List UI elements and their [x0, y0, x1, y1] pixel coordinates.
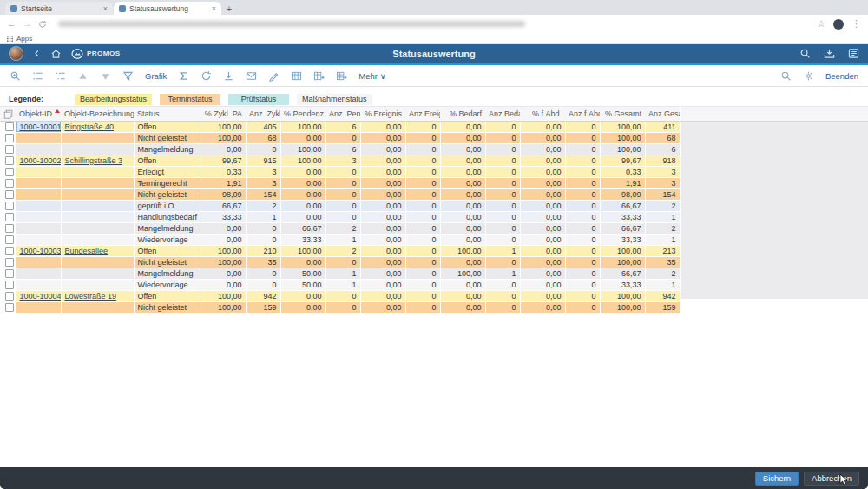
col-ereignis[interactable]: % Ereignis	[360, 107, 405, 122]
value-cell: 0,00	[440, 178, 485, 189]
bookmark-star-icon[interactable]: ☆	[817, 19, 825, 29]
browser-menu-icon[interactable]: ⋮	[852, 19, 861, 29]
search-icon[interactable]	[10, 70, 21, 82]
refresh-icon[interactable]	[201, 70, 212, 82]
mehr-dropdown[interactable]: Mehr ∨	[358, 71, 385, 81]
back-icon[interactable]: ←	[7, 19, 16, 29]
tab-statusauswertung[interactable]: Statusauswertung ×	[114, 2, 221, 15]
sign-icon[interactable]	[268, 70, 279, 82]
col-objekt-id[interactable]: Objekt-ID	[16, 107, 61, 122]
hierarchy-list-icon[interactable]	[55, 70, 66, 82]
col-anz-bedarf[interactable]: Anz.Bedarf	[485, 107, 520, 122]
beenden-button[interactable]: Beenden	[825, 71, 858, 81]
object-id-cell	[16, 223, 61, 235]
object-name-cell[interactable]: Schillingstraße 3	[61, 155, 134, 167]
row-checkbox[interactable]	[5, 202, 14, 210]
sort-descending-icon[interactable]	[100, 70, 111, 82]
row-checkbox[interactable]	[5, 190, 14, 199]
value-cell: 0,00	[360, 291, 405, 302]
col-bedarf[interactable]: % Bedarf	[440, 107, 485, 122]
col-status[interactable]: Status	[134, 107, 201, 122]
detail-list-icon[interactable]	[32, 70, 43, 82]
export-spreadsheet-icon[interactable]	[336, 70, 347, 82]
apps-grid-icon[interactable]	[7, 36, 13, 42]
browser-profile-avatar[interactable]	[833, 19, 844, 30]
object-name-link[interactable]: Löwestraße 19	[65, 292, 117, 301]
col-pendenz[interactable]: % Pendenz.	[280, 107, 326, 122]
save-button[interactable]: Sichern	[755, 472, 799, 486]
row-checkbox[interactable]	[5, 269, 14, 278]
object-name-link[interactable]: Schillingstraße 3	[65, 156, 123, 165]
col-zykl-pa[interactable]: % Zykl. PA	[201, 107, 246, 122]
settings-gear-icon[interactable]	[803, 70, 814, 82]
col-gesamt[interactable]: % Gesamt	[600, 107, 645, 122]
row-checkbox[interactable]	[5, 292, 14, 301]
object-id-link[interactable]: 1000-10003	[20, 247, 62, 255]
col-objekt-bezeichnung[interactable]: Objekt-Bezeichnung	[61, 107, 134, 122]
value-cell: 0,00	[280, 257, 326, 268]
value-cell: 159	[645, 302, 680, 314]
object-id-cell[interactable]: 1000-10003	[16, 246, 61, 257]
value-cell: 66,67	[280, 223, 326, 235]
select-all-header[interactable]	[0, 107, 16, 122]
col-anz-f-abd[interactable]: Anz.f.Abd.	[565, 107, 600, 122]
row-checkbox[interactable]	[5, 247, 14, 255]
row-checkbox[interactable]	[5, 213, 14, 221]
toolbar-search-icon[interactable]	[780, 70, 792, 82]
object-name-link[interactable]: Bundesallee	[65, 247, 108, 255]
col-f-abd[interactable]: % f.Abd.	[520, 107, 565, 122]
col-anz-pend[interactable]: Anz. Pend.	[326, 107, 360, 122]
forward-icon[interactable]: →	[23, 19, 32, 29]
url-input[interactable]	[53, 18, 811, 30]
cancel-button[interactable]: Abbrechen	[804, 472, 859, 486]
col-anz-gesamt[interactable]: Anz.Gesamt	[645, 107, 680, 122]
sum-icon[interactable]	[178, 70, 189, 82]
row-checkbox[interactable]	[5, 235, 14, 244]
new-tab-button[interactable]: +	[222, 2, 236, 15]
email-icon[interactable]	[246, 70, 257, 82]
object-name-cell	[61, 144, 134, 155]
object-id-cell[interactable]: 1000-10001	[16, 122, 61, 133]
header-search-icon[interactable]	[799, 48, 811, 59]
object-id-cell[interactable]: 1000-10004	[16, 291, 61, 302]
table-icon[interactable]	[291, 70, 302, 82]
row-checkbox[interactable]	[5, 224, 14, 233]
header-inbox-download-icon[interactable]	[824, 48, 835, 59]
object-id-link[interactable]: 1000-10002	[20, 156, 62, 165]
row-checkbox[interactable]	[5, 179, 14, 188]
object-id-link[interactable]: 1000-10004	[20, 292, 62, 301]
object-id-link[interactable]: 1000-10001	[20, 122, 62, 131]
export-table-icon[interactable]	[313, 70, 325, 82]
row-checkbox[interactable]	[5, 281, 14, 289]
object-name-cell[interactable]: Bundesallee	[61, 246, 134, 257]
row-checkbox[interactable]	[5, 134, 14, 142]
value-cell: 0,00	[520, 133, 565, 144]
sort-ascending-icon[interactable]	[77, 70, 89, 82]
row-checkbox[interactable]	[5, 122, 14, 131]
object-id-cell[interactable]: 1000-10002	[16, 155, 61, 167]
grafik-button[interactable]: Grafik	[145, 71, 167, 81]
row-checkbox[interactable]	[5, 156, 14, 165]
user-avatar[interactable]	[9, 46, 23, 61]
row-checkbox[interactable]	[5, 145, 14, 154]
apps-bookmark-label[interactable]: Apps	[16, 35, 32, 43]
tab-close-icon[interactable]: ×	[212, 4, 216, 13]
download-icon[interactable]	[223, 70, 234, 82]
object-name-link[interactable]: Ringstraße 40	[65, 122, 115, 131]
row-checkbox[interactable]	[5, 303, 14, 312]
filter-icon[interactable]	[122, 70, 134, 82]
home-icon[interactable]	[50, 48, 62, 59]
tab-close-icon[interactable]: ×	[103, 4, 108, 13]
header-log-icon[interactable]	[848, 48, 859, 59]
tab-startseite[interactable]: Startseite ×	[5, 2, 113, 15]
object-name-cell[interactable]: Ringstraße 40	[61, 122, 134, 133]
col-anz-zykl[interactable]: Anz. Zykl.	[246, 107, 280, 122]
nav-back-icon[interactable]	[33, 49, 41, 58]
col-anz-ereign[interactable]: Anz.Ereign	[405, 107, 440, 122]
object-name-cell[interactable]: Löwestraße 19	[61, 291, 134, 302]
row-checkbox[interactable]	[5, 168, 14, 176]
value-cell: 0,00	[360, 257, 405, 268]
row-checkbox[interactable]	[5, 258, 14, 267]
value-cell: 33,33	[600, 280, 645, 291]
reload-icon[interactable]	[38, 20, 47, 29]
